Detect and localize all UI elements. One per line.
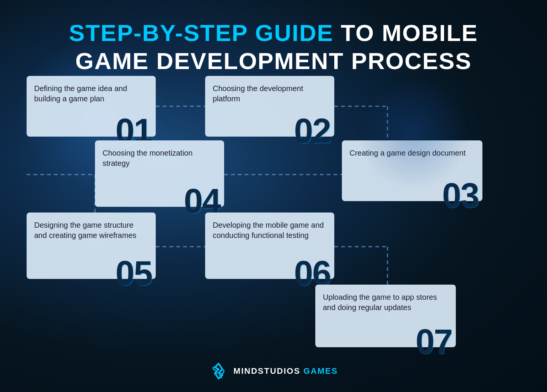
title-white-part2: GAME DEVELOPMENT PROCESS	[75, 48, 472, 74]
page-title: STEP-BY-STEP GUIDE TO MOBILE GAME DEVELO…	[0, 0, 547, 87]
step-05-number: 05	[115, 256, 152, 290]
step-06-text: Developing the mobile game and conductin…	[213, 220, 325, 241]
logo-area: MINDSTUDIOS GAMES	[209, 362, 338, 381]
step-02-number: 02	[294, 114, 330, 148]
logo-icon	[209, 362, 228, 381]
step-03-text: Creating a game design document	[349, 148, 473, 158]
logo-studios: STUDIOS	[258, 366, 300, 376]
title-cyan-part: STEP-BY-STEP GUIDE	[69, 20, 334, 46]
step-05-text: Designing the game structure and creatin…	[34, 220, 147, 241]
step-card-01: Defining the game idea and building a ga…	[27, 76, 156, 137]
step-card-05: Designing the game structure and creatin…	[27, 213, 156, 279]
step-07-number: 07	[416, 324, 452, 359]
step-07-text: Uploading the game to app stores and doi…	[323, 292, 447, 313]
step-01-text: Defining the game idea and building a ga…	[34, 83, 147, 104]
steps-area: Defining the game idea and building a ga…	[0, 76, 547, 354]
step-card-04: Choosing the monetization strategy 04	[95, 140, 224, 207]
step-card-06: Developing the mobile game and conductin…	[205, 213, 334, 279]
logo-text: MINDSTUDIOS GAMES	[234, 366, 338, 376]
step-card-02: Choosing the development platform 02	[205, 76, 334, 137]
step-03-number: 03	[442, 178, 479, 213]
page-container: STEP-BY-STEP GUIDE TO MOBILE GAME DEVELO…	[0, 0, 547, 392]
logo-mind: MIND	[234, 366, 258, 376]
logo-games: GAMES	[304, 366, 338, 376]
step-card-03: Creating a game design document 03	[342, 140, 482, 201]
step-04-text: Choosing the monetization strategy	[103, 148, 215, 168]
step-card-07: Uploading the game to app stores and doi…	[315, 285, 456, 347]
step-02-text: Choosing the development platform	[213, 83, 325, 104]
title-white-part1: TO MOBILE	[334, 20, 478, 46]
